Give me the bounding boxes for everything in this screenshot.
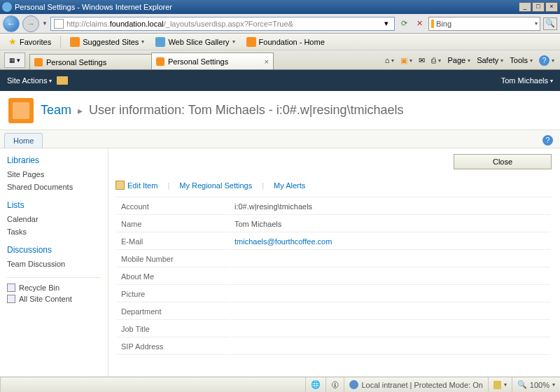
recycle-bin-link[interactable]: Recycle Bin bbox=[7, 282, 101, 293]
sidebar-item-calendar[interactable]: Calendar bbox=[7, 213, 101, 225]
sidebar-item-team-discussion[interactable]: Team Discussion bbox=[7, 258, 101, 270]
globe-icon bbox=[349, 380, 358, 389]
sidebar-item-shared-documents[interactable]: Shared Documents bbox=[7, 181, 101, 193]
tools-menu[interactable]: Tools▾ bbox=[510, 56, 533, 64]
home-tab[interactable]: Home bbox=[4, 133, 43, 148]
tab-close-button[interactable]: × bbox=[265, 57, 269, 66]
maximize-button[interactable]: □ bbox=[532, 2, 545, 12]
stop-button[interactable]: ✕ bbox=[413, 18, 426, 30]
info-icon: 🛈 bbox=[331, 381, 339, 389]
slice-label: Web Slice Gallery bbox=[168, 38, 229, 46]
home-split-button[interactable]: ⌂▾ bbox=[385, 56, 395, 64]
minimize-button[interactable]: _ bbox=[519, 2, 531, 12]
foundation-icon bbox=[246, 37, 256, 47]
user-menu[interactable]: Tom Michaels ▾ bbox=[501, 76, 553, 85]
property-row: About Me bbox=[117, 269, 550, 285]
url-host: foundation.local bbox=[110, 20, 164, 28]
popup-blocker-icon[interactable]: 🌐 bbox=[305, 377, 326, 392]
feeds-button[interactable]: ▣▾ bbox=[400, 56, 412, 65]
page-body: Libraries Site Pages Shared Documents Li… bbox=[0, 148, 560, 381]
property-row: Job Title bbox=[117, 321, 550, 337]
suggested-label: Suggested Sites bbox=[83, 38, 139, 46]
status-bar: 🌐 🛈 Local intranet | Protected Mode: On … bbox=[0, 377, 560, 392]
cert-icon[interactable]: 🛈 bbox=[326, 377, 344, 392]
libraries-heading[interactable]: Libraries bbox=[7, 155, 101, 165]
site-actions-label: Site Actions bbox=[7, 76, 47, 85]
tab-1[interactable]: Personal Settings × bbox=[151, 52, 274, 69]
page-title-area: Team ▸ User information: Tom Michaels - … bbox=[0, 91, 560, 130]
read-mail-button[interactable]: ✉ bbox=[419, 56, 425, 65]
sharepoint-ribbon: Site Actions ▾ Tom Michaels ▾ bbox=[0, 70, 560, 91]
close-window-button[interactable]: × bbox=[545, 2, 558, 12]
property-row: E-Mailtmichaels@fourthcoffee.com bbox=[117, 234, 550, 250]
page-menu[interactable]: Page▾ bbox=[447, 56, 470, 64]
address-bar[interactable]: http://claims.foundation.local/_layouts/… bbox=[50, 17, 395, 31]
nav-history-dropdown[interactable]: ▼ bbox=[42, 20, 48, 27]
suggested-icon bbox=[70, 37, 80, 47]
nav-toolbar: ← → ▼ http://claims.foundation.local/_la… bbox=[0, 14, 560, 34]
all-site-content-link[interactable]: All Site Content bbox=[7, 293, 101, 304]
print-button[interactable]: ⎙▾ bbox=[431, 56, 441, 64]
suggested-sites-link[interactable]: Suggested Sites▾ bbox=[66, 36, 148, 48]
my-alerts-link[interactable]: My Alerts bbox=[274, 181, 305, 190]
search-provider-dropdown[interactable]: ▾ bbox=[535, 20, 538, 27]
lists-heading[interactable]: Lists bbox=[7, 200, 101, 210]
separator: | bbox=[262, 181, 264, 190]
url-path: /_layouts/userdisp.aspx?Force=True& bbox=[164, 20, 293, 28]
property-value bbox=[230, 339, 550, 355]
foundation-home-link[interactable]: Foundation - Home bbox=[242, 36, 329, 48]
property-value[interactable]: tmichaels@fourthcoffee.com bbox=[230, 234, 550, 250]
allcontent-label: All Site Content bbox=[19, 295, 72, 303]
discussions-heading[interactable]: Discussions bbox=[7, 245, 101, 255]
sidebar-item-site-pages[interactable]: Site Pages bbox=[7, 168, 101, 181]
property-label: Account bbox=[117, 199, 229, 215]
tab-icon bbox=[156, 57, 164, 66]
tab-icon bbox=[34, 58, 43, 66]
back-button[interactable]: ← bbox=[3, 15, 20, 32]
browse-icon[interactable] bbox=[57, 76, 68, 85]
property-value: i:0#.w|resing\tmichaels bbox=[230, 199, 550, 215]
zoom-value: 100% bbox=[530, 381, 550, 389]
ie-icon bbox=[2, 2, 12, 12]
safety-menu[interactable]: Safety▾ bbox=[477, 56, 503, 64]
sp-help-button[interactable]: ? bbox=[542, 135, 553, 146]
help-menu[interactable]: ?▾ bbox=[539, 55, 554, 66]
site-logo[interactable] bbox=[8, 98, 34, 123]
team-link[interactable]: Team bbox=[41, 103, 71, 117]
close-button[interactable]: Close bbox=[454, 154, 552, 169]
edit-icon bbox=[115, 181, 125, 190]
chevron-right-icon: ▸ bbox=[78, 105, 83, 116]
property-value bbox=[230, 304, 550, 320]
regional-settings-link[interactable]: My Regional Settings bbox=[179, 181, 252, 190]
property-row: Mobile Number bbox=[117, 251, 550, 267]
protected-mode-dropdown[interactable]: ▾ bbox=[488, 377, 512, 392]
page-title-text: User information: Tom Michaels - i:0#.w|… bbox=[89, 103, 404, 117]
web-slice-link[interactable]: Web Slice Gallery▾ bbox=[151, 36, 239, 48]
property-value bbox=[230, 269, 550, 285]
tab-label: Personal Settings bbox=[46, 58, 106, 66]
refresh-button[interactable]: ⟳ bbox=[398, 18, 410, 30]
property-value bbox=[230, 251, 550, 267]
sidebar-item-tasks[interactable]: Tasks bbox=[7, 225, 101, 238]
page-title: Team ▸ User information: Tom Michaels - … bbox=[41, 103, 404, 118]
search-box[interactable]: ▾ bbox=[428, 17, 540, 31]
forward-button[interactable]: → bbox=[22, 15, 39, 32]
zone-indicator[interactable]: Local intranet | Protected Mode: On bbox=[344, 377, 487, 392]
window-titlebar: Personal Settings - Windows Internet Exp… bbox=[0, 0, 560, 14]
property-label: Picture bbox=[117, 286, 229, 302]
address-dropdown[interactable]: ▾ bbox=[382, 19, 391, 28]
favorites-button[interactable]: ★Favorites bbox=[4, 35, 55, 48]
separator: | bbox=[167, 181, 169, 190]
search-go-button[interactable]: 🔍 bbox=[543, 18, 557, 30]
property-value: Tom Michaels bbox=[230, 216, 550, 232]
url-scheme: http://claims. bbox=[66, 20, 110, 28]
search-input[interactable] bbox=[436, 20, 533, 28]
property-value bbox=[230, 321, 550, 337]
edit-item-link[interactable]: Edit Item bbox=[115, 181, 158, 190]
property-label: SIP Address bbox=[117, 339, 229, 355]
tab-bar: ▦ ▾ Personal Settings Personal Settings … bbox=[0, 50, 560, 70]
zoom-control[interactable]: 🔍100%▾ bbox=[512, 377, 560, 392]
site-actions-menu[interactable]: Site Actions ▾ bbox=[7, 76, 52, 85]
quick-tabs-button[interactable]: ▦ ▾ bbox=[4, 52, 25, 68]
tab-0[interactable]: Personal Settings bbox=[29, 54, 152, 69]
